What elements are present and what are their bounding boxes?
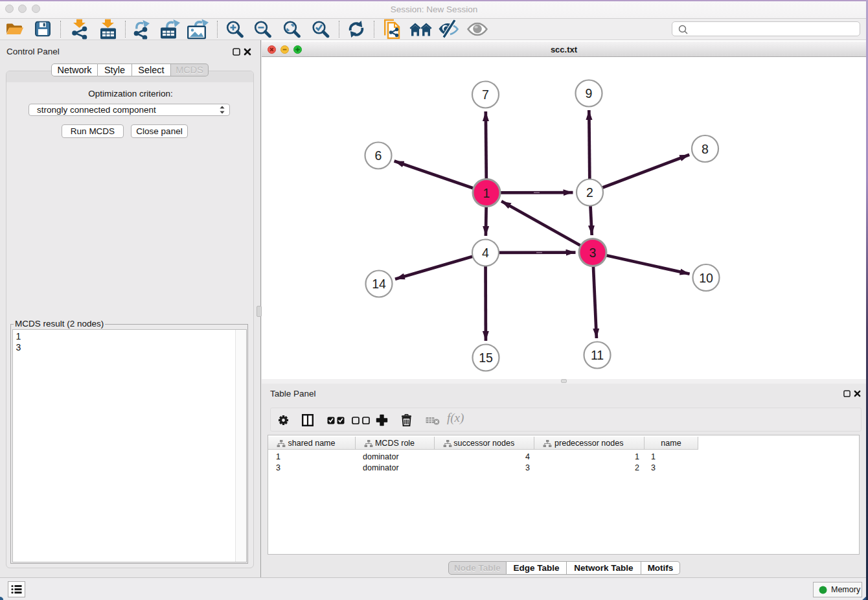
svg-text:11: 11	[591, 348, 604, 362]
svg-text:3: 3	[589, 246, 597, 260]
svg-text:15: 15	[479, 351, 493, 365]
svg-text:14: 14	[372, 277, 386, 291]
svg-text:4: 4	[482, 246, 489, 260]
svg-text:8: 8	[702, 142, 709, 156]
svg-text:1: 1	[483, 186, 490, 200]
svg-text:6: 6	[375, 148, 382, 163]
svg-text:7: 7	[482, 87, 489, 102]
svg-text:9: 9	[586, 86, 593, 100]
svg-text:10: 10	[699, 271, 713, 285]
svg-text:2: 2	[586, 185, 593, 200]
